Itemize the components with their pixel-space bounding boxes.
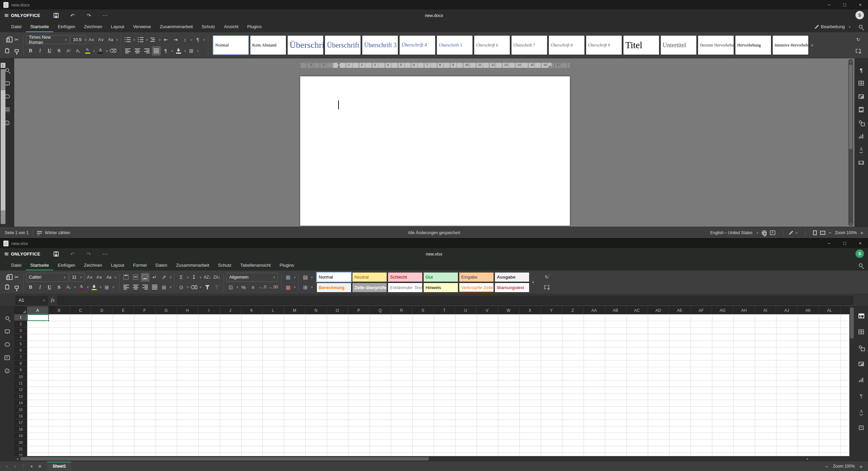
select-range-icon[interactable]: [544, 285, 549, 289]
style-überschrift-6[interactable]: Überschrift 6: [474, 35, 510, 55]
tab-zeichnen[interactable]: Zeichnen: [80, 260, 107, 270]
tab-plugins[interactable]: Plugins: [243, 21, 266, 32]
borders-icon[interactable]: ⊞: [102, 283, 111, 291]
tab-layout[interactable]: Layout: [107, 260, 129, 270]
cell-style-icon[interactable]: ⊞: [301, 283, 310, 291]
cell-style-verknüpfte-zelle[interactable]: Verknüpfte Zelle: [459, 283, 494, 293]
hscroll-left-icon[interactable]: ◂: [14, 456, 20, 461]
tab-layout[interactable]: Layout: [107, 21, 129, 32]
redo-button[interactable]: ↷: [83, 249, 95, 258]
style-untertitel[interactable]: Untertitel: [660, 35, 697, 55]
user-avatar[interactable]: S: [855, 11, 864, 19]
chart-settings-icon[interactable]: [859, 134, 864, 138]
bold-button[interactable]: B: [26, 46, 35, 56]
font-color-button[interactable]: A: [96, 46, 105, 56]
document-page[interactable]: [300, 76, 570, 226]
sort-ascending-icon[interactable]: AZ↓: [203, 273, 212, 282]
user-avatar[interactable]: S: [855, 249, 864, 258]
sheet-vertical-scrollbar[interactable]: [849, 306, 854, 456]
tab-startseite[interactable]: Startseite: [26, 260, 53, 270]
previous-sheet-icon[interactable]: ‹: [3, 462, 11, 470]
search-icon[interactable]: [859, 25, 863, 29]
shape-settings-icon[interactable]: [859, 345, 862, 348]
cell-settings-icon[interactable]: [859, 314, 864, 318]
document-language-icon[interactable]: [762, 230, 767, 235]
column-header-d[interactable]: D: [91, 306, 113, 314]
style-überschrift-5[interactable]: Überschrift 5: [437, 35, 473, 55]
clear-formatting-icon[interactable]: ⌫: [109, 46, 117, 56]
tab-plugins[interactable]: Plugins: [275, 260, 298, 270]
header-footer-settings-icon[interactable]: [859, 107, 864, 112]
word-count-icon[interactable]: [37, 231, 42, 235]
slicer-settings-icon[interactable]: [859, 426, 864, 430]
column-header-a[interactable]: A: [27, 306, 49, 314]
column-header-g[interactable]: G: [156, 306, 177, 314]
minimize-button[interactable]: −: [821, 0, 837, 10]
align-middle-icon[interactable]: [133, 275, 138, 280]
superscript-button[interactable]: A¹: [64, 46, 73, 56]
column-header-l[interactable]: L: [263, 306, 284, 314]
fit-page-icon[interactable]: [813, 230, 817, 235]
about-panel-icon[interactable]: [5, 120, 9, 125]
tab-ansicht[interactable]: Ansicht: [219, 21, 243, 32]
align-left-icon[interactable]: [123, 285, 129, 289]
column-header-j[interactable]: J: [220, 306, 241, 314]
align-right-icon[interactable]: [142, 285, 148, 289]
sheet-list-button[interactable]: ≡: [36, 462, 44, 470]
row-header-20[interactable]: 20: [14, 439, 27, 446]
italic-button[interactable]: I: [36, 283, 44, 291]
cell-style-neutral[interactable]: Neutral: [352, 272, 387, 282]
column-header-w[interactable]: W: [498, 306, 519, 314]
underline-button[interactable]: U: [45, 283, 54, 291]
column-header-ad[interactable]: AD: [648, 306, 669, 314]
zoom-level[interactable]: Zoom 100%: [833, 464, 855, 469]
paragraph-settings-icon[interactable]: ¶: [858, 67, 865, 73]
row-header-17[interactable]: 17: [14, 419, 27, 426]
cell-style-more-button[interactable]: ∨: [529, 272, 537, 293]
tab-tabellenansicht[interactable]: Tabellenansicht: [236, 260, 275, 270]
borders-icon[interactable]: ⊞: [187, 46, 196, 56]
increase-font-icon[interactable]: A∧: [85, 273, 94, 282]
currency-style-icon[interactable]: ¤: [249, 283, 257, 291]
spellcheck-icon[interactable]: [770, 230, 775, 235]
maximize-button[interactable]: □: [837, 0, 852, 10]
strikethrough-button[interactable]: S: [55, 283, 63, 291]
format-painter-icon[interactable]: [15, 286, 19, 289]
tab-datei[interactable]: Datei: [7, 260, 26, 270]
percent-style-icon[interactable]: %: [239, 283, 248, 291]
font-name-select[interactable]: Calibri∨: [26, 273, 69, 282]
select-all-corner[interactable]: [14, 306, 27, 314]
column-header-s[interactable]: S: [412, 306, 434, 314]
named-ranges-icon[interactable]: ⊙: [177, 283, 186, 291]
row-header-5[interactable]: 5: [14, 341, 27, 347]
clear-icon[interactable]: ⌫: [190, 283, 198, 291]
shape-settings-icon[interactable]: [859, 120, 862, 124]
highlight-color-button[interactable]: ✎: [83, 46, 92, 56]
tab-zusammenarbeit[interactable]: Zusammenarbeit: [172, 260, 214, 270]
font-color-button[interactable]: A: [77, 283, 86, 291]
tab-schutz[interactable]: Schutz: [214, 260, 236, 270]
column-header-o[interactable]: O: [327, 306, 348, 314]
numbered-list-icon[interactable]: [138, 37, 143, 42]
copy-icon[interactable]: [6, 38, 10, 42]
column-header-ag[interactable]: AG: [712, 306, 733, 314]
zoom-in-button[interactable]: +: [860, 230, 863, 235]
column-header-t[interactable]: T: [434, 306, 455, 314]
row-header-7[interactable]: 7: [14, 354, 27, 360]
cell-style-ausgabe[interactable]: Ausgabe: [495, 272, 529, 282]
row-header-6[interactable]: 6: [14, 347, 27, 354]
font-size-select[interactable]: 11∨: [69, 273, 85, 282]
tab-daten[interactable]: Daten: [151, 260, 172, 270]
filter-icon[interactable]: [205, 285, 210, 289]
search-icon[interactable]: [859, 263, 863, 267]
align-bottom-icon[interactable]: [142, 275, 148, 280]
paragraph-settings-icon[interactable]: ¶: [858, 392, 865, 399]
subscript-button[interactable]: A₁: [74, 46, 82, 56]
table-settings-icon[interactable]: [859, 81, 864, 86]
cell-grid[interactable]: [27, 314, 849, 456]
row-header-19[interactable]: 19: [14, 433, 27, 439]
textart-settings-icon[interactable]: A: [860, 147, 863, 152]
number-format-select[interactable]: Allgemein∨: [226, 273, 278, 282]
column-header-aj[interactable]: AJ: [776, 306, 797, 314]
tab-datei[interactable]: Datei: [7, 21, 26, 32]
